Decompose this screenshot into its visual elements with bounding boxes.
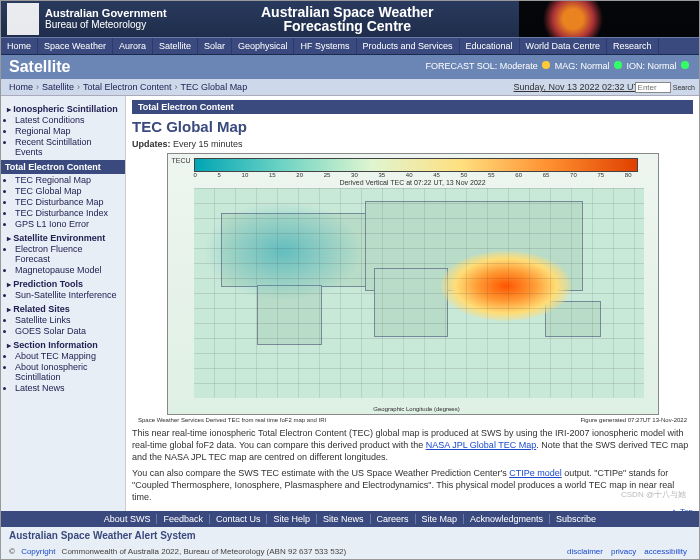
crest-icon [7,3,39,35]
nasa-link[interactable]: NASA JPL Global TEC Map [426,440,537,450]
sidebar-item[interactable]: TEC Regional Map [15,175,119,185]
sidebar-group[interactable]: Total Electron Content [1,160,125,174]
sun-banner-icon [519,1,699,37]
sidebar-item[interactable]: GPS L1 Iono Error [15,219,119,229]
sidebar-item[interactable]: Electron Fluence Forecast [15,244,119,264]
map-title: Derived Vertical TEC at 07:22 UT, 13 Nov… [168,179,658,186]
globe-plot [194,188,644,398]
footnav-item[interactable]: Acknowledgments [464,514,550,524]
sidebar-item[interactable]: Magnetopause Model [15,265,119,275]
copyright-link[interactable]: Copyright [21,547,55,556]
nav-geophysical[interactable]: Geophysical [232,38,295,54]
bureau-name: Bureau of Meteorology [45,19,167,30]
section-bar: Satellite FORECAST SOL: Moderate MAG: No… [1,55,699,79]
footnav-item[interactable]: Contact Us [210,514,268,524]
sidebar-item[interactable]: Latest News [15,383,119,393]
tec-map: TECU 05101520253035404550556065707580 De… [167,153,659,415]
nav-space-weather[interactable]: Space Weather [38,38,113,54]
sidebar-group[interactable]: Section Information [7,340,119,350]
copyright: © Copyright Commonwealth of Australia 20… [1,544,699,559]
description-2: You can also compare the SWS TEC estimat… [132,467,693,503]
nav-home[interactable]: Home [1,38,38,54]
page-title: TEC Global Map [132,118,693,135]
search-input[interactable] [635,82,671,93]
update-interval: Every 15 minutes [173,139,243,149]
footer-link[interactable]: privacy [611,547,636,556]
caption-right: Figure generated 07:27UT 13-Nov-2022 [580,417,687,423]
crumb-0[interactable]: Home [9,82,33,92]
timestamp: Sunday, Nov 13 2022 02:32 UT [514,82,639,92]
footer-link[interactable]: accessibility [644,547,687,556]
content: Total Electron Content TEC Global Map Up… [125,96,699,511]
sidebar-item[interactable]: TEC Disturbance Index [15,208,119,218]
nav-solar[interactable]: Solar [198,38,232,54]
sidebar-item[interactable]: Satellite Links [15,315,119,325]
sidebar-group[interactable]: Satellite Environment [7,233,119,243]
sidebar-item[interactable]: TEC Disturbance Map [15,197,119,207]
ok-icon [681,61,689,69]
centre-title: Australian Space WeatherForecasting Cent… [261,5,433,33]
org-name: Australian Government [45,8,167,19]
gov-header: Australian Government Bureau of Meteorol… [1,1,699,37]
footnav-item[interactable]: Subscribe [550,514,602,524]
sidebar: Ionospheric ScintillationLatest Conditio… [1,96,125,511]
sidebar-group[interactable]: Prediction Tools [7,279,119,289]
alert-system[interactable]: Australian Space Weather Alert System [1,527,699,544]
main-nav: HomeSpace WeatherAuroraSatelliteSolarGeo… [1,37,699,55]
footnav-item[interactable]: Feedback [157,514,210,524]
sidebar-item[interactable]: Regional Map [15,126,119,136]
warn-icon [542,61,550,69]
nav-satellite[interactable]: Satellite [153,38,198,54]
caption-left: Space Weather Services Derived TEC from … [138,417,326,423]
crumb-2[interactable]: Total Electron Content [83,82,172,92]
nav-world-data-centre[interactable]: World Data Centre [520,38,607,54]
breadcrumb: Home›Satellite›Total Electron Content›TE… [1,79,699,96]
footnav-item[interactable]: Site Map [416,514,465,524]
nav-hf-systems[interactable]: HF Systems [294,38,356,54]
colorbar-label: TECU [172,157,191,164]
sidebar-item[interactable]: TEC Global Map [15,186,119,196]
search-box: Search [635,82,695,93]
nav-products-and-services[interactable]: Products and Services [357,38,460,54]
ok-icon [614,61,622,69]
search-button[interactable]: Search [673,84,695,91]
colorbar [194,158,638,172]
footnav-item[interactable]: Careers [371,514,416,524]
section-title: Satellite [9,58,70,75]
footer-link[interactable]: disclaimer [567,547,603,556]
nav-research[interactable]: Research [607,38,659,54]
description-1: This near real-time ionospheric Total El… [132,427,693,463]
forecast-status: FORECAST SOL: Moderate MAG: Normal ION: … [425,61,691,71]
sidebar-item[interactable]: About Ionospheric Scintillation [15,362,119,382]
nav-aurora[interactable]: Aurora [113,38,153,54]
sidebar-group[interactable]: Related Sites [7,304,119,314]
footer-nav: About SWSFeedbackContact UsSite HelpSite… [1,511,699,527]
ctipe-link[interactable]: CTIPe model [509,468,562,478]
sidebar-item[interactable]: GOES Solar Data [15,326,119,336]
sidebar-group[interactable]: Ionospheric Scintillation [7,104,119,114]
sidebar-item[interactable]: Recent Scintillation Events [15,137,119,157]
footnav-item[interactable]: Site News [317,514,371,524]
footnav-item[interactable]: About SWS [98,514,158,524]
nav-educational[interactable]: Educational [460,38,520,54]
crumb-1[interactable]: Satellite [42,82,74,92]
sidebar-item[interactable]: Sun-Satellite Interference [15,290,119,300]
footnav-item[interactable]: Site Help [267,514,317,524]
sidebar-item[interactable]: Latest Conditions [15,115,119,125]
content-tab: Total Electron Content [132,100,693,114]
crumb-3[interactable]: TEC Global Map [181,82,248,92]
sidebar-item[interactable]: About TEC Mapping [15,351,119,361]
